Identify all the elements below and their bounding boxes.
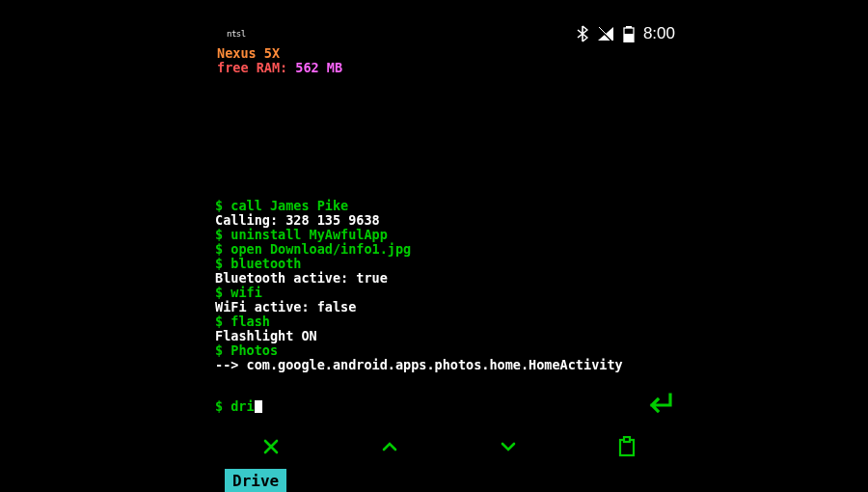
ram-value: 562: [295, 60, 318, 75]
prompt: $: [215, 399, 223, 414]
terminal-output: $ call James PikeCalling: 328 135 9638$ …: [215, 199, 683, 372]
ram-unit: MB: [327, 60, 342, 75]
text-cursor: [255, 400, 262, 413]
bluetooth-icon: [574, 25, 591, 42]
command-line: $ flash: [215, 314, 683, 329]
command-line: $ bluetooth: [215, 257, 683, 271]
status-left-label: ntsl: [217, 29, 246, 39]
history-up-button[interactable]: [370, 431, 409, 462]
toolbar: [211, 428, 687, 465]
device-name: Nexus 5X: [217, 46, 342, 61]
svg-rect-4: [624, 34, 634, 42]
command-line: $ uninstall MyAwfulApp: [215, 228, 683, 242]
terminal-app-screen: ntsl 8:00: [211, 17, 687, 492]
ram-line: free RAM: 562 MB: [217, 61, 342, 75]
device-header: Nexus 5X free RAM: 562 MB: [217, 46, 342, 75]
clipboard-button[interactable]: [608, 431, 646, 462]
status-bar: ntsl 8:00: [217, 23, 681, 44]
command-input-line[interactable]: $ dri: [215, 399, 262, 414]
command-line: $ call James Pike: [215, 199, 683, 213]
battery-icon: [620, 25, 637, 42]
command-line: $ open Download/info1.jpg: [215, 242, 683, 257]
typed-text: dri: [231, 399, 254, 414]
status-clock: 8:00: [643, 24, 675, 43]
status-right-cluster: 8:00: [574, 24, 681, 43]
enter-button[interactable]: [644, 392, 673, 419]
command-line: $ Photos: [215, 343, 683, 358]
command-line: $ wifi: [215, 286, 683, 300]
output-line: Bluetooth active: true: [215, 271, 683, 286]
history-down-button[interactable]: [489, 431, 528, 462]
signal-icon: [597, 25, 614, 42]
ram-label: free RAM:: [217, 60, 287, 75]
suggestion-chip[interactable]: Drive: [225, 469, 286, 492]
output-line: Calling: 328 135 9638: [215, 213, 683, 228]
svg-rect-6: [624, 437, 630, 442]
output-line: --> com.google.android.apps.photos.home.…: [215, 358, 683, 372]
output-line: WiFi active: false: [215, 300, 683, 314]
output-line: Flashlight ON: [215, 329, 683, 343]
close-button[interactable]: [252, 431, 290, 462]
